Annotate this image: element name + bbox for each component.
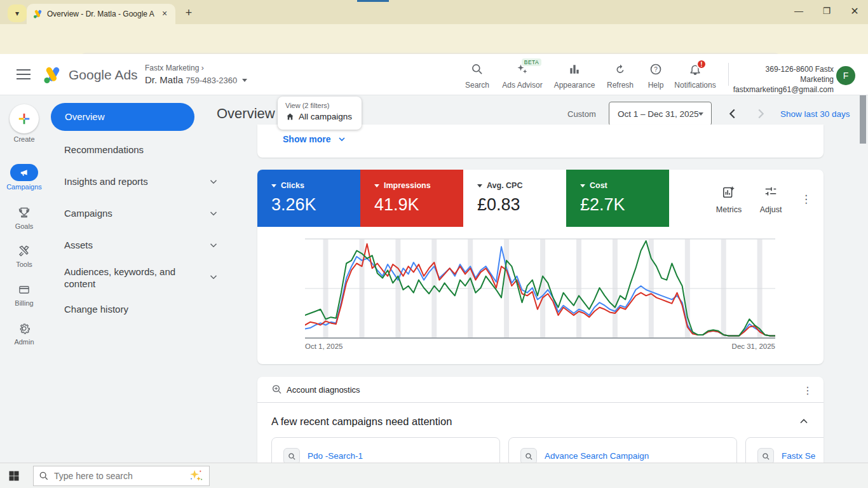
- search-icon: [471, 63, 484, 76]
- chevron-down-icon[interactable]: [208, 240, 219, 251]
- x-axis-start-label: Oct 1, 2025: [305, 342, 342, 350]
- rail-item-campaigns[interactable]: Campaigns: [0, 164, 48, 191]
- window-restore-button[interactable]: ❐: [820, 6, 834, 16]
- page-title: Overview: [217, 105, 275, 122]
- start-button[interactable]: [8, 470, 20, 482]
- rail-item-admin[interactable]: Admin: [0, 321, 48, 346]
- search-campaign-icon: [762, 452, 770, 461]
- metric-tile-avg-cpc[interactable]: Avg. CPC £0.83: [463, 170, 566, 227]
- metric-value-impressions: 41.9K: [374, 195, 463, 215]
- chevron-down-icon[interactable]: [208, 208, 219, 219]
- taskbar: ● F 15 3 15°C Partly sunny: [0, 463, 868, 488]
- metric-caret-icon: [374, 184, 379, 187]
- chevron-down-icon: [337, 134, 347, 144]
- metric-value-cost: £2.7K: [580, 195, 669, 215]
- date-range-dropdown[interactable]: Oct 1 – Dec 31, 2025: [609, 102, 712, 126]
- window-minimize-button[interactable]: —: [792, 6, 806, 16]
- sidebar-item-audiences[interactable]: Audiences, keywords, and content: [64, 266, 195, 290]
- taskbar-search-input[interactable]: [54, 471, 182, 481]
- metric-value-clicks: 3.26K: [271, 195, 360, 215]
- notifications-button[interactable]: ! Notifications: [672, 63, 718, 90]
- previous-period-button[interactable]: [726, 107, 740, 121]
- plus-icon: [17, 112, 31, 126]
- search-campaign-icon: [525, 452, 533, 461]
- google-ads-header: Google Ads Fastx Marketing › Dr. Matla 7…: [0, 54, 868, 95]
- view-filter-dropdown[interactable]: View (2 filters) All campaigns: [278, 97, 362, 130]
- taskbar-search[interactable]: [33, 466, 210, 486]
- rail-item-billing[interactable]: Billing: [0, 282, 48, 307]
- beta-badge: BETA: [522, 58, 541, 66]
- diagnostics-header: Account diagnostics ⋮: [257, 377, 824, 403]
- new-tab-button[interactable]: +: [180, 5, 197, 22]
- notification-badge: !: [696, 59, 707, 69]
- collapse-icon[interactable]: [797, 415, 810, 428]
- overview-chart[interactable]: Oct 1, 2025 Dec 31, 2025: [305, 238, 775, 339]
- chevron-down-icon[interactable]: [208, 271, 219, 283]
- metrics-button[interactable]: Metrics: [711, 185, 747, 214]
- chart-options-menu-icon[interactable]: ⋮: [801, 193, 811, 206]
- sidebar-item-overview[interactable]: Overview: [51, 103, 194, 131]
- sidebar-item-campaigns[interactable]: Campaigns: [64, 208, 112, 219]
- metric-caret-icon: [580, 184, 585, 187]
- show-last-30-days-link[interactable]: Show last 30 days: [780, 109, 850, 119]
- create-button[interactable]: [10, 104, 39, 133]
- date-range-value: Oct 1 – Dec 31, 2025: [618, 109, 699, 119]
- next-period-button[interactable]: [754, 107, 768, 121]
- rail-item-tools[interactable]: Tools: [0, 243, 48, 268]
- x-axis-end-label: Dec 31, 2025: [732, 342, 775, 350]
- adjust-button[interactable]: Adjust: [753, 185, 789, 214]
- tab-search-chevron-icon[interactable]: ▾: [8, 4, 27, 22]
- svg-text:?: ?: [654, 66, 658, 73]
- tune-icon: [764, 185, 778, 199]
- show-more-button[interactable]: Show more: [283, 134, 347, 144]
- search-icon: [39, 471, 49, 481]
- campaign-link[interactable]: Pdo -Search-1: [308, 451, 363, 461]
- top-edge-strip: [357, 0, 389, 2]
- browser-tab[interactable]: Overview - Dr. Matla - Google A ×: [27, 4, 175, 24]
- diagnostics-icon: [271, 384, 283, 395]
- rail-item-goals[interactable]: Goals: [0, 205, 48, 230]
- window-close-button[interactable]: ✕: [848, 5, 862, 17]
- account-phone: 369-126-8600 Fastx Marketing: [732, 64, 834, 85]
- screen: ▾ Overview - Dr. Matla - Google A × + — …: [0, 0, 868, 488]
- sidebar-item-recommendations[interactable]: Recommendations: [64, 144, 144, 155]
- account-id: 759-483-2360: [186, 76, 237, 85]
- account-caret-icon: [242, 79, 247, 82]
- diagnostics-message: A few recent campaigns need attention: [271, 416, 452, 428]
- metric-tile-cost[interactable]: Cost £2.7K: [566, 170, 669, 227]
- main-menu-icon[interactable]: [17, 69, 31, 79]
- metric-tile-impressions[interactable]: Impressions 41.9K: [360, 170, 463, 227]
- icon-rail: Create Campaigns Goals Tools Billing Adm…: [0, 95, 48, 463]
- sidebar-item-assets[interactable]: Assets: [64, 240, 93, 250]
- ads-advisor-button[interactable]: BETA Ads Advisor: [499, 63, 545, 90]
- sidebar-item-insights-reports[interactable]: Insights and reports: [64, 176, 148, 187]
- credit-card-icon: [18, 284, 31, 295]
- google-ads-logo: [42, 65, 64, 85]
- campaign-link[interactable]: Fastx Se: [782, 451, 815, 461]
- diagnostics-title: Account diagnostics: [287, 385, 360, 395]
- search-button[interactable]: Search: [454, 63, 500, 90]
- breadcrumb[interactable]: Fastx Marketing ›: [145, 64, 247, 72]
- copilot-sparkle-icon: [187, 469, 204, 483]
- metric-tile-clicks[interactable]: Clicks 3.26K: [257, 170, 360, 227]
- page-scrollbar[interactable]: [858, 95, 868, 463]
- appearance-button[interactable]: Appearance: [552, 63, 597, 90]
- product-name: Google Ads: [69, 67, 138, 83]
- account-selector[interactable]: Dr. Matla 759-483-2360: [145, 74, 247, 85]
- google-ads-favicon: [33, 9, 43, 19]
- campaign-link[interactable]: Advance Search Campaign: [545, 451, 649, 461]
- user-avatar[interactable]: F: [836, 66, 855, 85]
- diagnostics-menu-icon[interactable]: ⋮: [803, 384, 813, 396]
- rail-item-create[interactable]: Create: [0, 104, 48, 143]
- megaphone-icon: [19, 168, 29, 177]
- header-divider: [728, 63, 729, 86]
- browser-tabbar: ▾ Overview - Dr. Matla - Google A × + — …: [0, 0, 868, 24]
- date-caret-icon: [698, 112, 703, 116]
- account-email: fastxmarketing61@gmail.com: [732, 85, 834, 95]
- tab-close-icon[interactable]: ×: [159, 8, 170, 20]
- chevron-down-icon[interactable]: [208, 176, 219, 187]
- sidebar-item-change-history[interactable]: Change history: [64, 304, 128, 315]
- scrollbar-thumb[interactable]: [860, 95, 866, 144]
- help-icon: ?: [649, 63, 662, 76]
- tools-icon: [18, 245, 31, 257]
